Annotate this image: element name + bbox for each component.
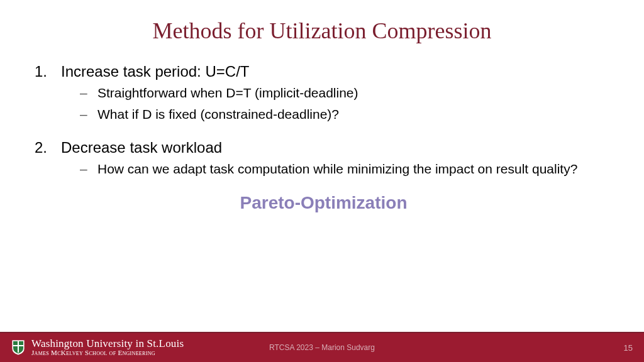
sub-item-text: What if D is fixed (constrained-deadline… (97, 106, 339, 123)
svg-rect-1 (18, 341, 19, 353)
dash-icon: – (80, 106, 97, 123)
sub-item-text: How can we adapt task computation while … (97, 160, 577, 178)
slide-title: Methods for Utilization Compression (0, 18, 644, 44)
sub-item: – How can we adapt task computation whil… (80, 160, 613, 178)
slide-footer: Washington University in St.Louis James … (0, 332, 644, 362)
list-item-1: 1. Increase task period: U=C/T (35, 63, 613, 80)
dash-icon: – (80, 160, 97, 178)
sub-item: – Straightforward when D=T (implicit-dea… (80, 84, 613, 102)
slide-content: 1. Increase task period: U=C/T – Straigh… (0, 63, 644, 362)
footer-logo-block: Washington University in St.Louis James … (11, 338, 184, 356)
list-item-2: 2. Decrease task workload (35, 139, 613, 156)
footer-center-text: RTCSA 2023 – Marion Sudvarg (269, 343, 375, 352)
school-name: James McKelvey School of Engineering (31, 349, 184, 357)
highlight-text: Pareto-Optimization (35, 193, 613, 213)
item-number: 2. (35, 139, 61, 156)
item-text: Increase task period: U=C/T (61, 63, 249, 80)
item-text: Decrease task workload (61, 139, 222, 156)
dash-icon: – (80, 84, 97, 102)
sub-item: – What if D is fixed (constrained-deadli… (80, 106, 613, 123)
page-number: 15 (624, 343, 633, 353)
shield-icon (11, 339, 25, 356)
university-name: Washington University in St.Louis (31, 338, 184, 349)
item-number: 1. (35, 63, 61, 80)
sub-item-text: Straightforward when D=T (implicit-deadl… (97, 84, 358, 102)
